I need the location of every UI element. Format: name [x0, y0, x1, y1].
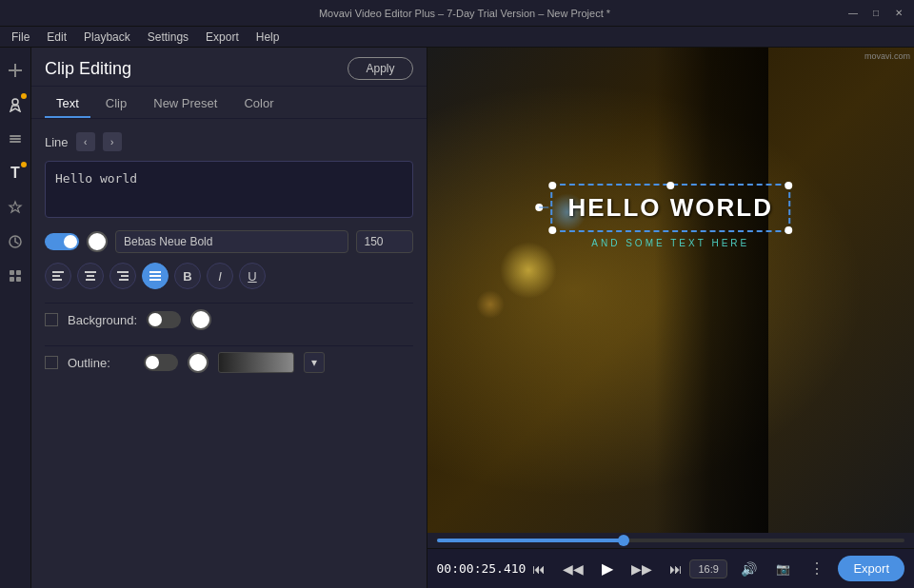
preview-main-text: HELLO WORLD: [567, 193, 773, 223]
svg-rect-22: [149, 279, 161, 281]
clip-tabs: Text Clip New Preset Color: [31, 87, 427, 119]
export-button-preview[interactable]: Export: [838, 556, 904, 581]
font-color-picker[interactable]: [87, 231, 108, 252]
scrubber-row: [427, 533, 915, 548]
sidebar-icon-add[interactable]: [0, 55, 30, 86]
align-justify-button[interactable]: [142, 263, 169, 289]
svg-rect-18: [121, 275, 129, 277]
svg-rect-17: [117, 271, 129, 273]
background-label: Background:: [68, 313, 137, 327]
preview-sub-text: AND SOME TEXT HERE: [550, 238, 790, 248]
preview-video: movavi.com HELLO WORLD AND SOME TEXT HER: [427, 48, 915, 533]
svg-rect-1: [14, 64, 16, 77]
skip-to-end-button[interactable]: ⏭: [663, 556, 689, 582]
scrubber-track[interactable]: [437, 539, 905, 542]
svg-rect-14: [85, 271, 96, 273]
svg-rect-16: [86, 279, 95, 281]
maximize-button[interactable]: □: [868, 6, 884, 21]
line-row: Line ‹ ›: [45, 132, 413, 151]
preview-panel: movavi.com HELLO WORLD AND SOME TEXT HER: [427, 48, 915, 588]
format-row: B I U: [45, 263, 413, 289]
more-options-button[interactable]: ⋮: [804, 556, 830, 582]
sidebar-icon-pin[interactable]: [0, 89, 30, 120]
tab-text[interactable]: Text: [45, 92, 90, 118]
playback-controls: ⏮ ◀◀ ▶ ▶▶ ⏭: [526, 556, 689, 582]
volume-button[interactable]: 🔊: [735, 556, 762, 582]
align-right-button[interactable]: [109, 263, 136, 289]
bold-button[interactable]: B: [174, 263, 201, 289]
svg-rect-9: [10, 277, 14, 282]
svg-rect-20: [149, 271, 161, 273]
titlebar-controls: — □ ✕: [845, 6, 906, 21]
tab-clip[interactable]: Clip: [94, 92, 138, 118]
outline-dropdown[interactable]: ▾: [304, 352, 325, 373]
line-prev-button[interactable]: ‹: [76, 132, 95, 151]
font-family-select[interactable]: Bebas Neue Bold: [115, 230, 348, 253]
outline-label: Outline:: [68, 356, 134, 370]
titlebar-title: Movavi Video Editor Plus – 7-Day Trial V…: [84, 8, 845, 19]
step-back-button[interactable]: ◀◀: [560, 556, 586, 582]
tab-new-preset[interactable]: New Preset: [142, 92, 228, 118]
svg-rect-3: [10, 135, 21, 137]
step-forward-button[interactable]: ▶▶: [628, 556, 655, 582]
titlebar: Movavi Video Editor Plus – 7-Day Trial V…: [0, 0, 914, 27]
svg-rect-11: [52, 271, 64, 273]
align-center-button[interactable]: [77, 263, 104, 289]
font-size-select[interactable]: 150: [356, 230, 413, 253]
line-label: Line: [45, 135, 69, 149]
aspect-ratio-select[interactable]: 16:9: [689, 559, 727, 578]
clip-panel-header: Clip Editing Apply: [31, 48, 427, 87]
font-row: Bebas Neue Bold 150: [45, 230, 413, 253]
outline-toggle[interactable]: [144, 354, 178, 371]
menu-file[interactable]: File: [4, 29, 37, 46]
line-next-button[interactable]: ›: [103, 132, 122, 151]
clip-content: Line ‹ › Hello world Bebas Neue Bold 150: [31, 119, 427, 588]
menubar: File Edit Playback Settings Export Help: [0, 27, 914, 48]
menu-export[interactable]: Export: [198, 29, 247, 46]
menu-playback[interactable]: Playback: [76, 29, 138, 46]
background-toggle[interactable]: [147, 311, 181, 328]
sidebar-icon-text[interactable]: T: [0, 158, 30, 188]
svg-rect-7: [10, 270, 14, 275]
outline-checkbox[interactable]: [45, 356, 58, 369]
underline-button[interactable]: U: [239, 263, 266, 289]
align-left-button[interactable]: [45, 263, 71, 289]
text-input[interactable]: Hello world: [45, 161, 413, 218]
svg-rect-5: [10, 141, 21, 143]
svg-point-2: [12, 99, 18, 105]
menu-help[interactable]: Help: [248, 29, 288, 46]
sidebar-icon-fx[interactable]: [0, 192, 30, 223]
screenshot-button[interactable]: 📷: [769, 556, 796, 582]
sidebar-icon-grid[interactable]: [0, 261, 30, 291]
clip-panel: Clip Editing Apply Text Clip New Preset …: [31, 48, 427, 588]
panel-title: Clip Editing: [45, 59, 131, 79]
close-button[interactable]: ✕: [891, 6, 906, 21]
svg-rect-10: [16, 277, 21, 282]
outline-color-swatch[interactable]: [218, 352, 294, 373]
svg-rect-4: [10, 138, 21, 140]
outline-color-picker[interactable]: [188, 352, 209, 373]
menu-settings[interactable]: Settings: [140, 29, 196, 46]
controls-bar: 00:00:25.410 ⏮ ◀◀ ▶ ▶▶ ⏭ 16:9 🔊 📷 ⋮ Expo…: [427, 548, 915, 588]
sidebar-icon-layers[interactable]: [0, 124, 30, 154]
watermark: movavi.com: [864, 51, 910, 61]
background-row: Background:: [45, 303, 413, 336]
background-color-picker[interactable]: [190, 309, 211, 330]
time-display: 00:00:25.410: [437, 561, 527, 576]
skip-to-start-button[interactable]: ⏮: [526, 556, 552, 582]
minimize-button[interactable]: —: [845, 6, 861, 21]
sidebar-icon-clock[interactable]: [0, 226, 30, 257]
svg-rect-19: [119, 279, 129, 281]
play-button[interactable]: ▶: [594, 556, 621, 582]
background-checkbox[interactable]: [45, 313, 58, 326]
italic-button[interactable]: I: [207, 263, 233, 289]
left-sidebar: T: [0, 48, 31, 588]
apply-button[interactable]: Apply: [348, 57, 412, 80]
menu-edit[interactable]: Edit: [39, 29, 74, 46]
tab-color[interactable]: Color: [232, 92, 285, 118]
svg-rect-13: [52, 279, 62, 281]
svg-rect-21: [149, 275, 161, 277]
svg-rect-12: [52, 275, 60, 277]
font-toggle[interactable]: [45, 233, 79, 250]
outline-row: Outline: ▾: [45, 345, 413, 379]
